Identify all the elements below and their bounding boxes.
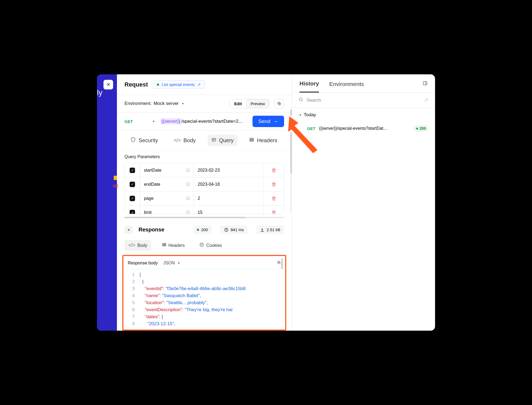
- param-name[interactable]: pageⓘ: [140, 191, 194, 205]
- response-body-box: Response body JSON ▾ 1[2 {3 "eventId": "…: [122, 255, 286, 331]
- trash-icon: [272, 196, 276, 201]
- table-icon: [211, 137, 216, 144]
- vertical-scrollbar[interactable]: [290, 109, 292, 212]
- history-status-badge: 200: [413, 125, 429, 132]
- info-icon[interactable]: ⓘ: [186, 182, 190, 187]
- copy-icon: [277, 260, 281, 264]
- response-tab-body[interactable]: </> Body: [124, 240, 151, 251]
- param-row: ✓endDateⓘ2023-04-18: [125, 177, 284, 191]
- url-input[interactable]: {{server}}/special-events?startDate=2…: [158, 117, 252, 126]
- param-name[interactable]: endDateⓘ: [140, 177, 194, 191]
- response-format-select[interactable]: JSON: [163, 261, 175, 265]
- info-icon[interactable]: ⓘ: [186, 196, 190, 201]
- chevron-down-icon: ▾: [299, 113, 301, 117]
- environment-label: Environment:: [124, 101, 151, 106]
- panel-collapse-button[interactable]: [423, 81, 427, 92]
- svg-point-12: [200, 243, 204, 247]
- svg-rect-6: [250, 140, 254, 140]
- response-scrollbar[interactable]: [281, 258, 283, 269]
- download-icon: [260, 228, 264, 232]
- clear-history-button[interactable]: [424, 98, 429, 103]
- environment-value[interactable]: Mock server: [154, 101, 179, 106]
- svg-rect-11: [163, 245, 166, 246]
- tab-environments[interactable]: Environments: [329, 81, 364, 92]
- info-icon[interactable]: ⓘ: [186, 168, 190, 173]
- param-value[interactable]: 15: [194, 205, 264, 214]
- svg-rect-7: [250, 141, 254, 141]
- method-selector[interactable]: GET ▾: [124, 119, 158, 124]
- svg-point-13: [201, 244, 201, 245]
- checkbox[interactable]: ✓: [130, 196, 135, 201]
- param-row: ✓pageⓘ2: [125, 191, 284, 205]
- code-icon: </>: [174, 138, 181, 143]
- param-value[interactable]: 2023-04-18: [194, 177, 264, 191]
- response-code[interactable]: 1[2 {3 "eventId": "f3e0e76e-e4a8-466e-ab…: [125, 269, 284, 330]
- status-badge: 200: [193, 225, 212, 234]
- cookie-icon: [199, 242, 204, 248]
- history-item[interactable]: GET {{server}}/special-events?startDat… …: [292, 122, 435, 135]
- horizontal-scrollbar[interactable]: [124, 217, 284, 218]
- param-value[interactable]: 2: [194, 191, 264, 205]
- app-sidebar: ✕ ly DE: [97, 74, 117, 331]
- info-icon[interactable]: ⓘ: [186, 210, 190, 214]
- delete-param-button[interactable]: [264, 182, 284, 187]
- tab-query[interactable]: Query: [208, 135, 237, 146]
- copy-button[interactable]: [274, 99, 284, 108]
- tab-headers[interactable]: Headers: [245, 135, 281, 146]
- arrow-right-icon: →: [273, 118, 278, 124]
- send-button[interactable]: Send →: [252, 116, 284, 127]
- operation-chip[interactable]: List special events ↗: [153, 80, 205, 89]
- copy-response-button[interactable]: [277, 260, 281, 265]
- param-name[interactable]: limitⓘ: [140, 205, 194, 214]
- svg-rect-9: [163, 243, 166, 244]
- external-link-icon: ↗: [197, 82, 201, 87]
- chevron-down-icon[interactable]: ▾: [178, 261, 180, 265]
- response-body-label: Response body: [128, 261, 158, 265]
- param-name[interactable]: startDateⓘ: [140, 163, 194, 177]
- tab-security[interactable]: Security: [127, 135, 162, 146]
- operation-link[interactable]: List special events: [162, 82, 195, 87]
- search-input[interactable]: [307, 98, 421, 103]
- search-icon: [298, 97, 303, 103]
- svg-line-21: [302, 100, 303, 101]
- svg-point-14: [202, 244, 203, 244]
- chevron-down-icon[interactable]: ▾: [182, 102, 184, 105]
- history-url: {{server}}/special-events?startDat…: [319, 126, 410, 131]
- close-button[interactable]: ✕: [103, 80, 113, 89]
- response-size: 2.51 kB: [256, 225, 284, 234]
- param-row: ✓limitⓘ15: [125, 205, 284, 214]
- preview-button[interactable]: Preview: [246, 99, 269, 108]
- query-params-table: ✓startDateⓘ2023-02-23✓endDateⓘ2023-04-18…: [124, 163, 284, 214]
- panel-right-icon: [423, 81, 427, 86]
- brand-fragment: ly: [97, 88, 102, 97]
- response-tab-cookies[interactable]: Cookies: [196, 240, 226, 251]
- tab-history[interactable]: History: [299, 80, 319, 92]
- status-dot-icon: [157, 84, 159, 86]
- svg-rect-10: [163, 244, 166, 245]
- param-value[interactable]: 2023-02-23: [194, 163, 264, 177]
- status-dot-icon: [416, 128, 418, 130]
- history-method: GET: [307, 126, 315, 131]
- checkbox[interactable]: ✓: [130, 182, 135, 187]
- response-tab-headers[interactable]: Headers: [158, 240, 188, 251]
- http-method: GET: [124, 119, 133, 124]
- status-dot-icon: [197, 229, 199, 231]
- headers-icon: [249, 137, 254, 144]
- collapse-toggle[interactable]: ▾: [124, 226, 133, 234]
- tab-body[interactable]: </> Body: [170, 135, 200, 146]
- nav-fragment: [114, 176, 117, 180]
- code-icon: </>: [128, 243, 135, 248]
- delete-param-button[interactable]: [264, 196, 284, 201]
- history-group-today[interactable]: ▾ Today: [292, 108, 435, 122]
- delete-param-button[interactable]: [264, 210, 284, 214]
- request-panel: Request List special events ↗ Environmen…: [117, 74, 292, 331]
- side-panel: History Environments ▾ Today: [292, 74, 435, 331]
- nav-fragment-text: DE: [113, 184, 118, 188]
- checkbox[interactable]: ✓: [130, 210, 135, 214]
- clock-icon: [224, 228, 228, 232]
- delete-param-button[interactable]: [264, 168, 284, 172]
- checkbox[interactable]: ✓: [130, 168, 135, 173]
- svg-rect-18: [423, 82, 427, 85]
- edit-button[interactable]: Edit: [230, 99, 246, 108]
- svg-point-15: [201, 245, 202, 246]
